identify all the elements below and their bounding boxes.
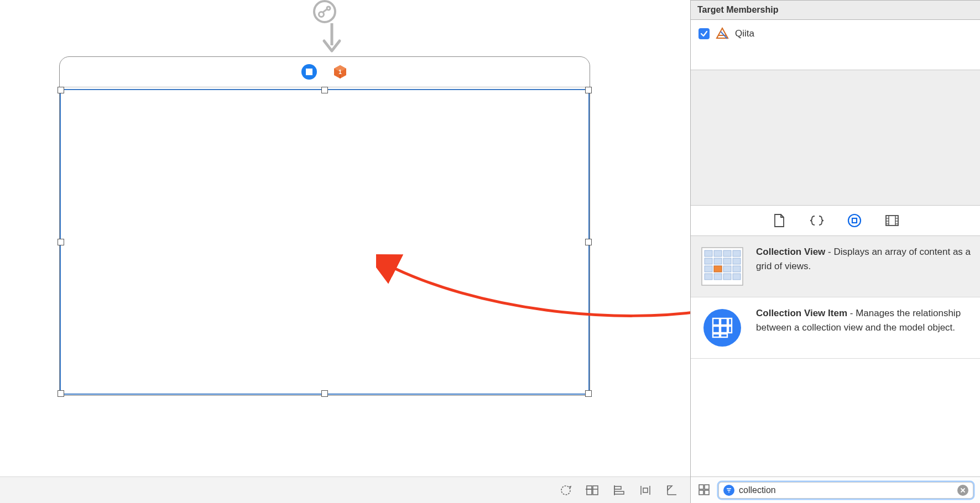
first-responder-icon[interactable] [301,64,317,80]
resize-handle[interactable] [585,390,592,397]
view-controller-titlebar: 1 [60,57,590,87]
target-checkbox[interactable] [698,28,710,39]
svg-rect-54 [733,274,741,280]
svg-rect-16 [614,486,621,489]
svg-rect-20 [643,488,648,492]
library-search-wrap[interactable] [718,482,973,499]
pin-icon[interactable] [638,483,653,497]
library-tab-file-template-icon[interactable] [772,213,787,228]
selected-view[interactable] [60,89,590,395]
svg-rect-51 [705,274,712,280]
svg-rect-49 [723,266,731,272]
svg-rect-45 [723,258,731,264]
svg-rect-53 [723,274,731,280]
library-tab-object-icon[interactable] [847,213,862,228]
library-item-text: Collection View Item - Manages the relat… [756,306,972,349]
resize-handle[interactable] [58,390,64,397]
svg-point-1 [319,12,324,17]
library-tab-media-icon[interactable] [884,213,900,228]
library-item-collection-view-item[interactable]: Collection View Item - Manages the relat… [691,297,980,359]
resize-handle[interactable] [58,239,64,245]
svg-rect-40 [714,250,722,256]
app-icon [715,27,729,41]
svg-line-3 [323,9,327,12]
library-search-bar [691,476,980,503]
svg-rect-50 [733,266,741,272]
inspector-panel: Target Membership Qiita [690,0,980,503]
resolve-issues-icon[interactable] [665,483,679,497]
svg-rect-68 [705,490,709,495]
svg-rect-52 [714,274,722,280]
resize-handle[interactable] [585,87,592,93]
svg-rect-28 [852,218,857,223]
svg-rect-39 [705,250,712,256]
canvas-bottom-toolbar [0,476,690,503]
resize-handle[interactable] [321,87,328,93]
library-tabs [691,205,980,236]
library-tab-code-snippet-icon[interactable] [809,213,825,228]
library-item-text: Collection View - Displays an array of c… [756,245,972,288]
svg-rect-65 [699,485,703,489]
svg-rect-41 [723,250,731,256]
library-item-title: Collection View Item [756,308,847,318]
align-icon[interactable] [612,483,626,497]
library-item-title: Collection View [756,247,825,257]
library-search-input[interactable] [739,485,953,495]
scene-dock-icon [309,0,340,23]
interface-builder-canvas[interactable]: 1 [0,0,690,503]
resize-handle[interactable] [585,239,592,245]
collection-view-icon [698,245,746,288]
svg-rect-12 [593,486,598,495]
svg-point-10 [561,486,570,495]
svg-point-27 [848,214,861,227]
target-membership-header: Target Membership [691,0,980,20]
svg-rect-44 [714,258,722,264]
library-grid-toggle-icon[interactable] [697,483,712,497]
library-item-collection-view[interactable]: Collection View - Displays an array of c… [691,236,980,297]
search-clear-icon[interactable] [957,485,968,496]
collection-view-item-icon [698,306,746,349]
svg-rect-42 [733,250,741,256]
svg-rect-43 [705,258,712,264]
svg-rect-67 [699,490,703,495]
resize-handle[interactable] [58,87,64,93]
target-membership-row[interactable]: Qiita [691,20,980,48]
resize-handle[interactable] [321,390,328,397]
object-library-list[interactable]: Collection View - Displays an array of c… [691,236,980,476]
svg-rect-47 [705,266,712,272]
search-filter-icon[interactable] [723,485,734,496]
svg-marker-23 [668,486,672,490]
initial-vc-arrow-icon [321,23,343,55]
svg-rect-55 [714,266,722,272]
svg-rect-46 [733,258,741,264]
target-name: Qiita [735,28,754,39]
update-frames-icon[interactable] [559,483,573,497]
svg-text:1: 1 [338,69,342,75]
svg-rect-17 [614,491,624,494]
embed-in-icon[interactable] [585,483,600,497]
svg-point-56 [703,309,741,347]
exit-icon[interactable]: 1 [332,64,348,80]
inspector-empty-area [691,70,980,205]
svg-rect-66 [705,485,709,489]
svg-rect-11 [587,486,592,495]
